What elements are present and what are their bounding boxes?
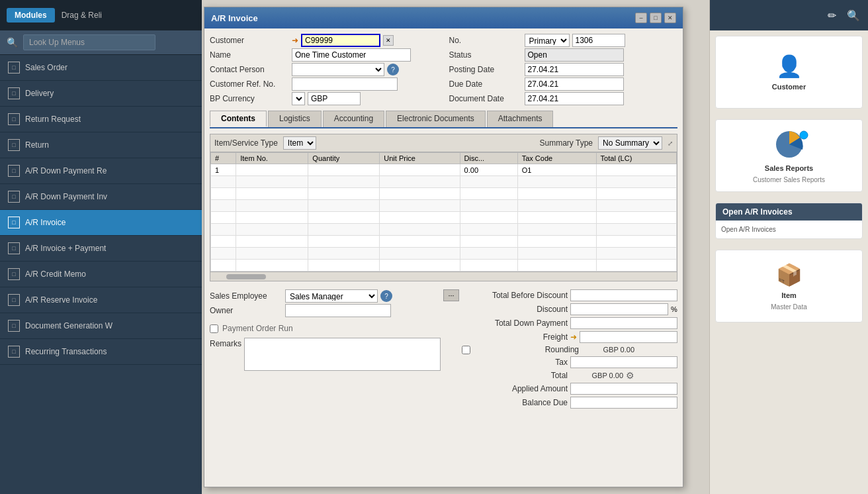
sidebar-item-label: Return Request [25,115,81,124]
sidebar-item-ar-down-payment-re[interactable]: □ A/R Down Payment Re [0,158,202,184]
pencil-icon[interactable]: ✏ [828,9,836,22]
total-down-payment-input[interactable] [570,317,677,329]
tab-accounting[interactable]: Accounting [323,111,384,127]
bp-currency-select[interactable]: ▾ [292,92,305,105]
tax-input[interactable] [570,356,677,368]
sidebar-item-document-generation[interactable]: □ Document Generation W [0,313,202,339]
sidebar-item-ar-credit-memo[interactable]: □ A/R Credit Memo [0,262,202,287]
table-row[interactable] [211,224,677,236]
horizontal-scrollbar[interactable] [210,272,677,281]
summary-type-select[interactable]: No Summary [598,136,662,150]
total-down-payment-row: Total Down Payment [443,317,677,329]
total-settings-button[interactable]: ⚙ [626,370,634,381]
item-service-type-select[interactable]: Item [283,136,316,150]
item-master-data-widget[interactable]: 📦 Item Master Data [715,250,863,322]
sidebar-item-label: Return [25,140,49,150]
search-icon[interactable]: 🔍 [847,9,860,22]
sales-employee-field-row: Sales Manager ? [285,289,441,303]
table-row[interactable] [211,236,677,248]
total-before-discount-input[interactable] [570,289,677,301]
sidebar-item-delivery[interactable]: □ Delivery [0,81,202,107]
sidebar-item-return-request[interactable]: □ Return Request [0,107,202,132]
sidebar-item-ar-invoice-payment[interactable]: □ A/R Invoice + Payment [0,236,202,262]
contact-person-select[interactable] [292,63,384,76]
document-date-field-row [525,92,678,105]
no-input[interactable] [572,34,625,47]
search-input[interactable] [23,34,155,50]
document-date-input[interactable] [525,92,624,105]
table-row[interactable] [211,176,677,188]
owner-input[interactable] [285,304,391,317]
scrollbar-thumb[interactable] [226,274,266,279]
sidebar-item-recurring-transactions[interactable]: □ Recurring Transactions [0,339,202,365]
window-title: A/R Invoice [211,13,258,23]
contact-person-label: Contact Person [210,63,289,76]
sidebar-item-label: A/R Reserve Invoice [25,295,97,305]
balance-due-row: Balance Due [443,397,677,409]
dots-button[interactable]: ··· [443,289,459,301]
table-row[interactable]: 1 0.00 O1 [211,164,677,176]
table-row[interactable] [211,248,677,260]
table-row[interactable] [211,200,677,212]
balance-due-input[interactable] [570,397,677,409]
table-row[interactable] [211,260,677,272]
sidebar-item-return[interactable]: □ Return [0,132,202,158]
payment-order-run-checkbox[interactable] [210,324,218,333]
bp-currency-input[interactable] [308,92,361,105]
sales-employee-help-button[interactable]: ? [380,290,392,302]
cell-disc[interactable]: 0.00 [460,164,517,176]
nav-items: □ Sales Order □ Delivery □ Return Reques… [0,55,202,494]
customer-widget-title: Customer [772,83,806,91]
drag-rel-label: Drag & Reli [62,11,102,20]
remarks-textarea[interactable] [244,338,441,371]
name-input[interactable] [292,48,411,62]
contact-person-help-button[interactable]: ? [387,64,399,75]
tab-contents[interactable]: Contents [210,111,267,127]
customer-field-row: ➜ ✕ [292,34,439,47]
sidebar-item-ar-invoice[interactable]: □ A/R Invoice [0,210,202,236]
cell-tax-code[interactable]: O1 [517,164,596,176]
rounding-value: GBP 0.00 [582,346,634,354]
freight-input[interactable] [580,331,677,343]
table-row[interactable] [211,188,677,200]
cell-num: 1 [211,164,236,176]
col-item-no: Item No. [236,153,308,164]
cell-total[interactable] [596,164,676,176]
tab-electronic-documents[interactable]: Electronic Documents [386,111,486,127]
search-box: 🔍 [0,30,202,55]
customer-input[interactable] [301,34,380,47]
sidebar-item-ar-down-payment-inv[interactable]: □ A/R Down Payment Inv [0,184,202,210]
applied-amount-input[interactable] [570,383,677,395]
customer-clear-button[interactable]: ✕ [383,35,394,46]
modules-button[interactable]: Modules [7,8,55,23]
sales-reports-widget-title: Sales Reports [765,164,813,172]
total-before-discount-label: Total Before Discount [462,291,568,300]
summary-type-label: Summary Type [540,138,593,148]
cell-quantity[interactable] [308,164,380,176]
sidebar-item-sales-order[interactable]: □ Sales Order [0,55,202,81]
owner-field-row [285,304,441,317]
minimize-button[interactable]: – [635,13,647,23]
sales-employee-select[interactable]: Sales Manager [285,289,378,303]
right-panel: ✏ 🔍 👤 Customer Sales Reports Customer Sa… [709,0,868,494]
table-row[interactable] [211,212,677,224]
no-primary-select[interactable]: Primary [525,34,570,47]
cell-item-no[interactable] [236,164,308,176]
tab-logistics[interactable]: Logistics [268,111,322,127]
customer-widget[interactable]: 👤 Customer [715,36,863,109]
rounding-checkbox[interactable] [462,346,470,354]
status-input [525,48,624,62]
sidebar-item-ar-reserve-invoice[interactable]: □ A/R Reserve Invoice [0,287,202,313]
discount-input[interactable] [570,303,668,315]
col-disc: Disc... [460,153,517,164]
cell-unit-price[interactable] [380,164,460,176]
freight-label: Freight [462,332,568,342]
maximize-button[interactable]: □ [650,13,662,23]
due-date-input[interactable] [525,77,624,91]
sales-reports-widget[interactable]: Sales Reports Customer Sales Reports [715,119,863,192]
customer-ref-input[interactable] [292,77,398,91]
posting-date-input[interactable] [525,63,624,76]
tab-attachments[interactable]: Attachments [487,111,554,127]
close-button[interactable]: ✕ [664,13,676,23]
remarks-label: Remarks [210,338,241,350]
